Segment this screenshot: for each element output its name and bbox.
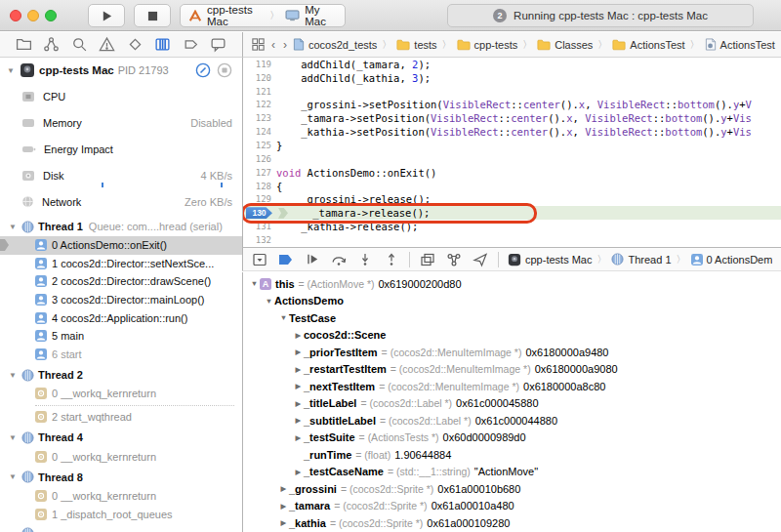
variable-row[interactable]: ▶_titleLabel= (cocos2d::Label *)0x61c000… — [243, 395, 781, 413]
code-line[interactable]: 132 — [243, 233, 781, 247]
variable-row[interactable]: ▼ActionsDemo — [243, 293, 781, 310]
minimize-window-button[interactable] — [27, 10, 39, 21]
variable-row[interactable]: ▼Athis= (ActionMove *)0x619000200d80 — [243, 275, 781, 293]
disclosure-triangle[interactable]: ▼ — [278, 313, 289, 322]
disclosure-triangle[interactable]: ▶ — [293, 382, 304, 390]
disclosure-triangle[interactable]: ▼ — [8, 371, 18, 380]
memory-graph-icon[interactable] — [445, 251, 463, 268]
stack-frame[interactable]: 3 cocos2d::Director::mainLoop() — [0, 291, 242, 309]
code-line[interactable]: 123 _tamara->setPosition(VisibleRect::ce… — [243, 111, 781, 125]
stack-frame[interactable]: 5 main — [0, 327, 242, 346]
thread-header[interactable]: ▼Thread 1Queue: com....hread (serial) — [0, 217, 242, 236]
thread-header[interactable]: ▼Thread 4 — [0, 428, 242, 447]
line-number[interactable]: 124 — [243, 127, 276, 137]
disclosure-triangle[interactable]: ▼ — [6, 66, 16, 75]
breadcrumb-item[interactable]: ActionsTest — [705, 38, 775, 51]
gauge-row-disk[interactable]: Disk4 KB/s — [0, 162, 242, 188]
line-number[interactable]: 126 — [243, 154, 276, 164]
source-editor[interactable]: 119 addChild(_tamara, 2);120 addChild(_k… — [242, 58, 781, 247]
stack-frame[interactable]: 4 cocos2d::Application::run() — [0, 308, 242, 327]
disclosure-triangle[interactable]: ▼ — [8, 472, 18, 481]
variable-row[interactable]: ▶cocos2d::Scene — [243, 327, 781, 345]
line-number[interactable]: 123 — [243, 113, 276, 123]
code-line[interactable]: 127void ActionsDemo::onExit() — [243, 166, 781, 180]
pause-process-button[interactable] — [195, 62, 211, 78]
variable-row[interactable]: ▶_priorTestItem= (cocos2d::MenuItemImage… — [243, 344, 781, 361]
gauge-row-energy-impact[interactable]: Energy Impact — [0, 136, 242, 162]
line-number[interactable]: 127 — [243, 168, 276, 178]
navtab-debug[interactable] — [153, 35, 173, 55]
navtab-issues[interactable] — [98, 35, 117, 55]
variable-row[interactable]: ▶_restartTestItem= (cocos2d::MenuItemIma… — [243, 361, 781, 379]
variable-row[interactable]: ▶_nextTestItem= (cocos2d::MenuItemImage … — [243, 378, 781, 395]
disclosure-triangle[interactable]: ▶ — [293, 399, 304, 408]
navtab-tests[interactable] — [125, 35, 144, 55]
breadcrumb-item[interactable]: cocos2d_tests — [293, 38, 377, 51]
disclosure-triangle[interactable]: ▶ — [293, 365, 304, 374]
breadcrumb-item[interactable]: Classes — [537, 39, 593, 51]
navtab-reports[interactable] — [209, 35, 228, 55]
line-number[interactable]: 122 — [243, 100, 276, 109]
navtab-search[interactable] — [69, 35, 89, 55]
activity-viewer[interactable]: 2 Running cpp-tests Mac : cpp-tests Mac — [447, 4, 754, 27]
line-number[interactable]: 128 — [243, 182, 276, 191]
line-number[interactable]: 132 — [243, 235, 276, 245]
thread-header[interactable]: ▼Thread 8 — [0, 468, 242, 487]
view-hierarchy-icon[interactable] — [419, 251, 436, 268]
stack-frame[interactable]: 0 __workq_kernreturn — [0, 447, 242, 466]
variable-row[interactable]: ▼TestCase — [243, 309, 781, 327]
continue-icon[interactable] — [304, 251, 321, 268]
code-line[interactable]: 129 _grossini->release(); — [243, 192, 781, 206]
code-line[interactable]: 121 — [243, 85, 781, 99]
code-line[interactable]: 120 addChild(_kathia, 3); — [243, 71, 781, 85]
debug-breadcrumb-item[interactable]: Thread 1 — [611, 253, 671, 266]
step-into-icon[interactable] — [356, 251, 374, 268]
line-number[interactable]: 131 — [243, 222, 276, 231]
scheme-selector[interactable]: cpp-tests Mac 〉 My Mac — [180, 4, 346, 27]
issue-count-badge[interactable]: 2 — [493, 9, 507, 22]
breadcrumb-item[interactable]: ActionsTest — [612, 39, 684, 51]
gauge-row-cpu[interactable]: CPU — [0, 83, 242, 109]
debug-breadcrumb-item[interactable]: cpp-tests Mac — [508, 253, 592, 266]
line-number[interactable]: 121 — [243, 87, 276, 97]
process-row[interactable]: ▼ cpp-tests Mac PID 21793 — [0, 58, 242, 83]
disclosure-triangle[interactable]: ▼ — [8, 433, 18, 442]
breakpoints-toggle-icon[interactable] — [277, 251, 295, 268]
kill-process-button[interactable] — [217, 62, 232, 78]
code-line[interactable]: 124 _kathia->setPosition(VisibleRect::ce… — [243, 125, 781, 139]
zoom-window-button[interactable] — [45, 10, 57, 21]
line-number[interactable]: 130 — [243, 207, 277, 219]
variable-row[interactable]: ▶_subtitleLabel= (cocos2d::Label *)0x61c… — [243, 412, 781, 430]
disclosure-triangle[interactable]: ▶ — [293, 468, 304, 476]
code-line[interactable]: 131 _kathia->release(); — [243, 220, 781, 233]
disclosure-triangle[interactable]: ▶ — [293, 331, 304, 340]
code-line[interactable]: 122 _grossini->setPosition(VisibleRect::… — [243, 99, 781, 112]
code-line[interactable]: 128{ — [243, 180, 781, 193]
disclosure-triangle[interactable]: ▼ — [8, 223, 18, 231]
disclosure-triangle[interactable]: ▶ — [293, 433, 304, 442]
back-button[interactable]: ‹ — [269, 38, 277, 52]
step-over-icon[interactable] — [330, 251, 348, 268]
hide-debug-area-icon[interactable] — [251, 251, 268, 268]
related-items-icon[interactable] — [251, 35, 266, 55]
breakpoint-badge[interactable]: 130 — [246, 207, 272, 219]
line-number[interactable]: 129 — [243, 194, 276, 204]
variable-row[interactable]: ▶_tamara= (cocos2d::Sprite *)0x61a00010a… — [243, 498, 781, 515]
navtab-project[interactable] — [14, 35, 33, 55]
line-number[interactable]: 125 — [243, 141, 276, 150]
disclosure-triangle[interactable]: ▶ — [278, 518, 289, 527]
stack-frame[interactable]: 0 __workq_kernreturn — [0, 487, 242, 506]
line-number[interactable]: 120 — [243, 73, 276, 83]
navtab-source-control[interactable] — [42, 35, 62, 55]
stack-frame[interactable]: 0 ActionsDemo::onExit() — [0, 236, 242, 255]
run-button[interactable] — [88, 4, 125, 27]
gauge-row-network[interactable]: NetworkZero KB/s — [0, 188, 242, 215]
step-out-icon[interactable] — [383, 251, 400, 268]
variable-row[interactable]: ▶_testCaseName= (std::__1::string)"Actio… — [243, 464, 781, 481]
variable-row[interactable]: ▶_kathia= (cocos2d::Sprite *)0x61a000109… — [243, 514, 781, 532]
code-line[interactable]: 126 — [243, 152, 781, 166]
disclosure-triangle[interactable]: ▶ — [293, 348, 304, 356]
close-window-button[interactable] — [10, 10, 21, 21]
stop-button[interactable] — [134, 4, 171, 27]
breadcrumb-item[interactable]: tests — [396, 39, 436, 51]
